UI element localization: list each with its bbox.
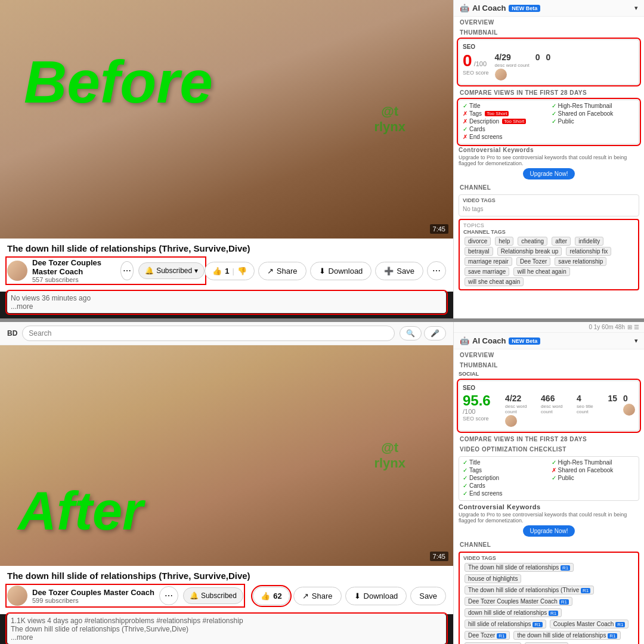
top-channel-tags-list: divorce help cheating after infidelity b… xyxy=(463,236,634,287)
bottom-checklist: ✓ Title ✓ Tags ✓ Description ✓ Cards xyxy=(459,456,639,501)
bottom-save-btn[interactable]: Save xyxy=(410,587,446,605)
top-like-btn[interactable]: 👍 1 | 👎 xyxy=(205,262,255,280)
bottom-check-cards: ✓ Cards xyxy=(463,482,547,489)
bottom-avatar xyxy=(7,586,27,606)
bottom-like-btn[interactable]: 👍 62 xyxy=(253,587,289,605)
top-check-facebook-label: Shared on Facebook xyxy=(558,110,614,117)
bottom-logo: BD xyxy=(7,329,17,338)
bottom-panel: 0 1y 60m 48h ⊞ ☰ 🤖 AI Coach NEW Beta ▾ O… xyxy=(453,322,644,644)
top-channel-name[interactable]: Dee Tozer Couples Master Coach xyxy=(32,258,116,276)
watermark-bottom: @trlynx xyxy=(374,440,405,471)
search-input[interactable] xyxy=(22,326,395,341)
list-icon[interactable]: ☰ xyxy=(634,324,639,330)
check-pass-icon5: ✓ xyxy=(552,118,556,125)
bottom-download-btn[interactable]: ⬇ Download xyxy=(345,587,407,605)
plus-icon: ➕ xyxy=(384,267,394,275)
top-upgrade-btn-wrap: Upgrade Now! xyxy=(459,168,639,179)
top-thumbnail-label: THUMBNAIL xyxy=(454,27,644,37)
top-too-short-desc: Too Short xyxy=(502,119,526,124)
bottom-seo-score-value: 95.6 /100 xyxy=(463,394,499,415)
top-subscribe-btn[interactable]: 🔔 Subscribed ▾ xyxy=(138,262,205,279)
bottom-panel-header: 🤖 AI Coach NEW Beta ▾ xyxy=(454,333,644,349)
bottom-metric3-val: 4 xyxy=(577,394,581,403)
top-more-link[interactable]: ...more xyxy=(11,302,442,311)
bottom-checklist-cols: ✓ Title ✓ Tags ✓ Description ✓ Cards xyxy=(463,459,635,498)
b-check-pass-icon3: ✓ xyxy=(463,475,467,481)
bottom-check-title-label: Title xyxy=(469,459,481,466)
top-panel-chevron[interactable]: ▾ xyxy=(634,4,638,12)
bottom-subscribers: 599 subscribers xyxy=(32,597,154,604)
bottom-checklist-left: ✓ Title ✓ Tags ✓ Description ✓ Cards xyxy=(463,459,547,498)
bottom-seo-number: 95.6 xyxy=(463,392,491,408)
thumbs-down-icon: 👎 xyxy=(237,267,247,275)
bottom-more-btn[interactable]: ⋯ xyxy=(159,586,178,605)
robot-icon: 🤖 xyxy=(460,4,469,13)
btag-2: house of highlights xyxy=(465,574,521,583)
top-channel-left[interactable]: Dee Tozer Couples Master Coach 557 subsc… xyxy=(7,258,205,283)
bottom-seo-suffix: /100 xyxy=(463,408,475,415)
top-share-btn[interactable]: ↗ Share xyxy=(258,262,306,280)
bottom-video-bg: After @trlynx xyxy=(0,345,453,566)
top-video-thumbnail[interactable]: Before @trlynx 7:45 xyxy=(0,0,453,239)
bottom-overview-label: OVERVIEW xyxy=(454,349,644,360)
b-check-pass-icon: ✓ xyxy=(463,459,467,466)
bottom-share-btn[interactable]: ↗ Share xyxy=(293,587,342,605)
top-video-bg: Before @trlynx xyxy=(0,0,453,239)
bottom-panel-chevron[interactable]: ▾ xyxy=(634,337,638,345)
top-check-public-label: Public xyxy=(558,118,574,125)
top-seo-label: SEO score xyxy=(463,70,489,76)
bottom-check-end-label: End screens xyxy=(469,490,503,497)
bottom-checklist-right: ✓ High-Res Thumbnail ✗ Shared on Faceboo… xyxy=(552,459,636,498)
bottom-download-label: Download xyxy=(364,592,398,600)
bottom-video-thumbnail[interactable]: After @trlynx 7:45 xyxy=(0,345,453,566)
bottom-half: BD 🔍 🎤 After @trlynx 7:45 The down hill … xyxy=(0,322,644,644)
bottom-thumbs-up-icon: 👍 xyxy=(261,592,270,600)
top-metric2-val: 0 xyxy=(535,52,540,62)
top-check-title-label: Title xyxy=(469,103,481,109)
bottom-metric2-lbl: desc word count xyxy=(541,404,571,414)
bottom-upgrade-btn[interactable]: Upgrade Now! xyxy=(523,525,575,537)
bottom-ai-coach-label: 🤖 AI Coach NEW Beta xyxy=(460,336,540,345)
btag-6: hill slide of relationships R1 xyxy=(465,620,546,628)
bottom-views-text: 1.1K views 4 days ago #relationshipprobl… xyxy=(11,617,442,625)
bottom-ai-coach-text: AI Coach xyxy=(472,336,506,345)
top-download-btn[interactable]: ⬇ Download xyxy=(310,262,372,280)
mic-btn[interactable]: 🎤 xyxy=(424,326,446,340)
bottom-social-label: SOCIAL xyxy=(454,370,644,378)
btag-4: Dee Tozer Couples Master Coach R1 xyxy=(465,597,572,606)
search-btn[interactable]: 🔍 xyxy=(400,326,422,340)
top-metric1: 4/29 desc word count xyxy=(495,52,530,80)
grid-icon[interactable]: ⊞ xyxy=(627,324,632,330)
check-fail-icon2: ✗ xyxy=(463,118,467,125)
top-upgrade-btn[interactable]: Upgrade Now! xyxy=(523,168,575,179)
bottom-panel-icons: ⊞ ☰ xyxy=(627,324,639,330)
bottom-check-thumbnail-label: High-Res Thumbnail xyxy=(558,459,612,466)
bottom-channel-left[interactable]: Dee Tozer Couples Master Coach 599 subsc… xyxy=(7,586,243,606)
tag-save-mar: save marriage xyxy=(465,267,509,276)
bottom-more-link[interactable]: ...more xyxy=(11,633,442,642)
bottom-panel-top-bar: 0 1y 60m 48h ⊞ ☰ xyxy=(454,322,644,333)
top-ai-coach-label: 🤖 AI Coach NEW Beta xyxy=(460,4,540,13)
top-channel-tags-box: TOPICS CHANNEL TAGS divorce help cheatin… xyxy=(459,219,639,290)
top-more-btn[interactable]: ⋯ xyxy=(120,261,134,280)
bottom-check-cards-label: Cards xyxy=(469,482,485,489)
bottom-subscribe-btn[interactable]: 🔔 Subscribed xyxy=(183,587,243,604)
top-video-tags-section: VIDEO TAGS No tags xyxy=(459,194,639,216)
tag-marriage-repair: marriage repair xyxy=(465,257,512,266)
bottom-video-info: The down hill slide of relationships (Th… xyxy=(0,566,453,614)
bottom-metric2: 466 desc word count xyxy=(541,394,571,414)
top-check-thumbnail-label: High-Res Thumbnail xyxy=(558,103,612,109)
bottom-channel-name[interactable]: Dee Tozer Couples Master Coach xyxy=(32,588,154,597)
top-action-buttons: 👍 1 | 👎 ↗ Share ⬇ Download ➕ xyxy=(205,261,446,280)
bottom-seo-metrics: 95.6 /100 SEO score 4/22 desc word count… xyxy=(463,394,635,427)
check-pass-icon4: ✓ xyxy=(552,110,556,117)
top-save-label: Save xyxy=(397,267,414,275)
bottom-video-tags-list: The down hill slide of relationships R1 … xyxy=(463,562,634,644)
tag-cheat-again1: will he cheat again xyxy=(513,267,569,276)
top-save-btn[interactable]: ➕ Save xyxy=(375,262,423,280)
top-new-beta-badge: NEW Beta xyxy=(509,5,540,12)
check-fail-icon3: ✗ xyxy=(463,134,467,140)
bottom-channel-label: CHANNEL xyxy=(454,539,644,549)
top-channel-info: Dee Tozer Couples Master Coach 557 subsc… xyxy=(32,258,116,283)
top-more-options-btn[interactable]: ⋯ xyxy=(427,261,446,280)
